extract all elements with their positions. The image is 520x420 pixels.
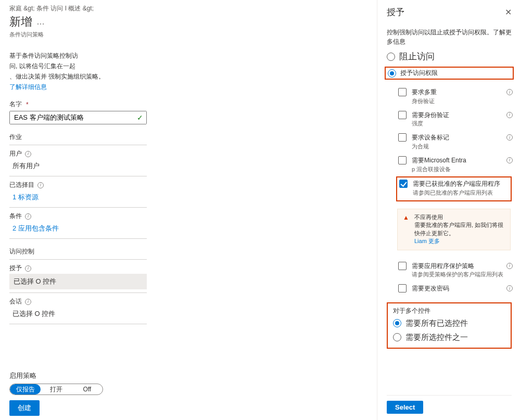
require-all-radio[interactable]: 需要所有已选控件 xyxy=(393,319,505,328)
policy-desc-3: 、做出决策并 强制实施组织策略。 xyxy=(9,72,147,81)
selected-target-value[interactable]: 1 标资源 xyxy=(9,189,147,204)
require-app-protection-row[interactable]: 需要应用程序保护策略请参阅受策略保护的客户端应用列表 xyxy=(398,262,512,279)
info-icon[interactable] xyxy=(506,134,513,141)
users-value[interactable]: 所有用户 xyxy=(9,158,147,173)
conditions-value[interactable]: 2 应用包含条件 xyxy=(9,221,147,235)
left-footer: 启用策略 仅报告 打开 Off 创建 xyxy=(9,371,103,416)
selected-target-label: 已选择目 xyxy=(9,176,147,189)
grant-panel: 授予 ✕ 控制强制访问以阻止或授予访问权限。了解更多信息 阻止访问 授予访问权限… xyxy=(377,0,520,420)
grant-controls-list: 要求多重身份验证 需要身份验证强度 要求设备标记为合规 需要Microsoft … xyxy=(387,83,512,173)
info-icon[interactable] xyxy=(37,182,44,188)
grant-value[interactable]: 已选择 O 控件 xyxy=(9,274,147,289)
info-icon[interactable] xyxy=(25,265,31,272)
multi-controls-title: 对于多个控件 xyxy=(393,307,505,315)
info-icon[interactable] xyxy=(506,157,513,163)
deprecation-warning: 不应再使用 需要批准的客户端应用, 如我们将很快停止更新它。 Liam 更多 xyxy=(397,209,511,250)
checkbox-icon[interactable] xyxy=(399,180,408,188)
session-label: 会话 xyxy=(9,293,147,306)
learn-more-link[interactable]: Liam 更多 xyxy=(414,237,505,245)
enable-policy-label: 启用策略 xyxy=(9,371,103,380)
grant-panel-footer: Select xyxy=(387,395,512,414)
radio-icon[interactable] xyxy=(388,69,396,78)
block-access-label: 阻止访问 xyxy=(399,50,435,62)
info-icon[interactable] xyxy=(506,112,513,118)
info-icon[interactable] xyxy=(25,299,31,305)
grant-controls-list-2: 需要应用程序保护策略请参阅受策略保护的客户端应用列表 需要更改密码 xyxy=(387,257,512,293)
require-hybrid-device-row[interactable]: 需要Microsoft Entrap 混合联接设备 xyxy=(398,156,512,174)
grant-access-label: 授予访问权限 xyxy=(400,69,438,78)
radio-icon[interactable] xyxy=(393,319,401,327)
name-input-wrap: ✓ xyxy=(9,111,147,124)
grant-label: 授予 xyxy=(9,260,147,273)
info-icon[interactable] xyxy=(506,285,513,291)
access-controls-label: 访问控制 xyxy=(9,247,147,256)
grant-access-radio[interactable]: 授予访问权限 xyxy=(385,67,514,80)
more-icon[interactable]: … xyxy=(36,17,45,27)
checkbox-icon[interactable] xyxy=(398,156,407,164)
assignments-label: 作业 xyxy=(9,133,147,142)
toggle-on[interactable]: 打开 xyxy=(41,384,71,394)
multi-controls-box: 对于多个控件 需要所有已选控件 需要所选控件之一 xyxy=(387,302,512,349)
policy-desc-1: 基于条件访问策略控制访 xyxy=(9,51,147,60)
enable-policy-toggle[interactable]: 仅报告 打开 Off xyxy=(9,384,103,395)
left-panel: 家庭 &gt; 条件 访问 I 概述 &gt; 新增 … 条件访问策略 基于条件… xyxy=(0,0,156,334)
require-auth-strength-row[interactable]: 需要身份验证强度 xyxy=(398,111,512,129)
require-password-change-row[interactable]: 需要更改密码 xyxy=(398,284,512,293)
checkbox-icon[interactable] xyxy=(398,88,407,96)
page-subtitle: 条件访问策略 xyxy=(9,31,147,39)
close-icon[interactable]: ✕ xyxy=(505,7,512,17)
conditions-label: 条件 xyxy=(9,208,147,221)
require-one-radio[interactable]: 需要所选控件之一 xyxy=(393,333,505,342)
radio-icon[interactable] xyxy=(393,333,401,341)
info-icon[interactable] xyxy=(506,263,513,269)
radio-icon[interactable] xyxy=(387,53,395,61)
checkbox-icon[interactable] xyxy=(398,111,407,119)
breadcrumb[interactable]: 家庭 &gt; 条件 访问 I 概述 &gt; xyxy=(9,4,147,13)
toggle-report-only[interactable]: 仅报告 xyxy=(10,384,41,394)
check-icon: ✓ xyxy=(137,113,143,122)
checkbox-icon[interactable] xyxy=(398,133,407,142)
block-access-radio[interactable]: 阻止访问 xyxy=(387,50,512,62)
create-button[interactable]: 创建 xyxy=(9,400,40,416)
checkbox-icon[interactable] xyxy=(398,262,407,270)
select-button[interactable]: Select xyxy=(387,401,423,414)
name-label: 名字 xyxy=(9,100,147,109)
grant-panel-desc: 控制强制访问以阻止或授予访问权限。了解更多信息 xyxy=(387,28,512,46)
name-input[interactable] xyxy=(10,111,146,124)
policy-desc-2: 问, 以将信号汇集在一起 xyxy=(9,61,147,71)
session-value[interactable]: 已选择 O 控件 xyxy=(9,306,147,321)
toggle-off[interactable]: Off xyxy=(72,384,103,394)
users-label: 用户 xyxy=(9,145,147,158)
require-approved-app-row[interactable]: 需要已获批准的客户端应用程序请参阅已批准的客户端应用列表 xyxy=(396,176,512,201)
grant-panel-title: 授予 xyxy=(387,6,404,18)
info-icon[interactable] xyxy=(506,89,513,95)
require-compliant-device-row[interactable]: 要求设备标记为合规 xyxy=(398,133,512,151)
checkbox-icon[interactable] xyxy=(398,284,407,292)
learn-more-link[interactable]: 了解详细信息 xyxy=(9,82,147,92)
info-icon[interactable] xyxy=(25,151,31,157)
require-mfa-row[interactable]: 要求多重身份验证 xyxy=(398,88,512,106)
page-title: 新增 xyxy=(9,14,32,30)
info-icon[interactable] xyxy=(25,213,31,220)
